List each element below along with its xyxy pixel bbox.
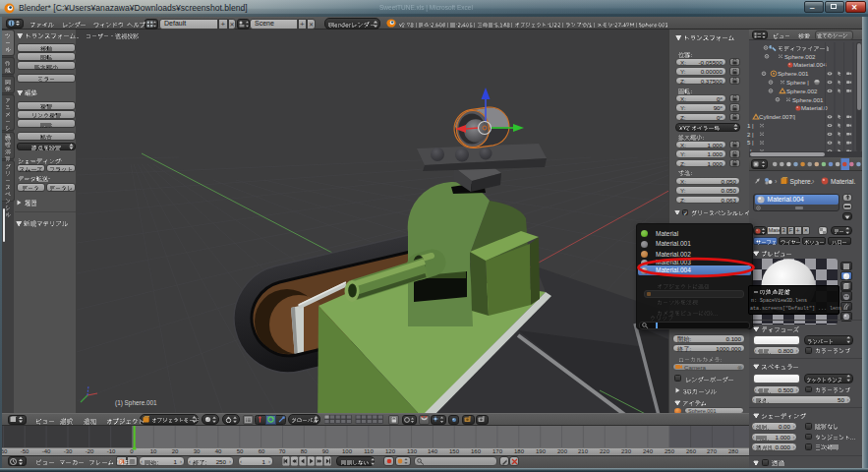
- svg-text:-40: -40: [42, 448, 51, 454]
- svg-text:250: 250: [665, 448, 675, 454]
- svg-text:180: 180: [514, 448, 525, 454]
- svg-text:30: 30: [194, 448, 201, 454]
- svg-text:260: 260: [686, 448, 697, 454]
- svg-text:120: 120: [385, 448, 396, 454]
- svg-text:200: 200: [557, 448, 568, 454]
- svg-text:-50: -50: [21, 448, 29, 454]
- svg-text:150: 150: [449, 448, 460, 454]
- svg-text:190: 190: [536, 448, 547, 454]
- svg-text:160: 160: [471, 448, 482, 454]
- svg-text:-30: -30: [64, 448, 73, 454]
- svg-text:130: 130: [407, 448, 418, 454]
- svg-text:70: 70: [279, 448, 286, 454]
- svg-text:90: 90: [322, 448, 329, 454]
- svg-text:210: 210: [578, 448, 589, 454]
- svg-text:60: 60: [259, 448, 265, 454]
- svg-text:50: 50: [237, 448, 244, 454]
- svg-text:280: 280: [728, 448, 739, 454]
- svg-text:110: 110: [364, 448, 374, 454]
- svg-text:230: 230: [621, 448, 632, 454]
- svg-text:-10: -10: [107, 448, 116, 454]
- svg-text:270: 270: [707, 448, 718, 454]
- svg-text:240: 240: [643, 448, 654, 454]
- svg-text:100: 100: [342, 448, 353, 454]
- svg-text:170: 170: [492, 448, 503, 454]
- svg-text:20: 20: [172, 448, 179, 454]
- svg-text:80: 80: [301, 448, 308, 454]
- svg-text:-20: -20: [86, 448, 94, 454]
- svg-text:10: 10: [150, 448, 157, 454]
- svg-text:-60: -60: [2, 448, 8, 454]
- svg-text:220: 220: [600, 448, 610, 454]
- svg-text:40: 40: [215, 448, 222, 454]
- svg-text:140: 140: [428, 448, 438, 454]
